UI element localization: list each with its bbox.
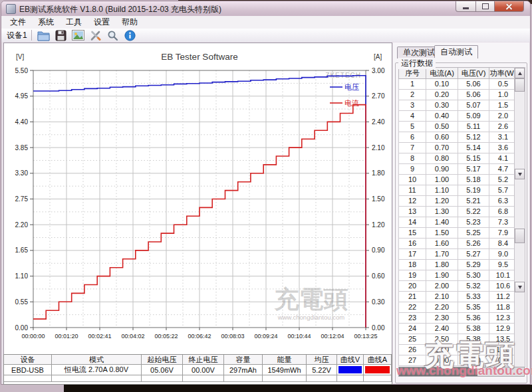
table-row[interactable]: 181.805.299.5: [399, 260, 517, 270]
status-value: 5.22V: [307, 365, 337, 375]
scroll-thumb[interactable]: [515, 78, 525, 92]
table-row[interactable]: 90.905.174.7: [399, 164, 517, 175]
open-file-icon[interactable]: [37, 29, 51, 41]
table-row[interactable]: 40.405.092.0: [399, 111, 517, 122]
table-cell: 5.17: [458, 164, 489, 175]
table-row[interactable]: 202.005.3210.6: [399, 281, 517, 292]
table-row[interactable]: 171.705.279.0: [399, 249, 517, 260]
table-row[interactable]: 101.005.185.2: [399, 175, 517, 185]
table-row[interactable]: 151.505.257.9: [399, 228, 517, 239]
scroll-down-button[interactable]: [515, 169, 525, 179]
table-row[interactable]: 141.405.237.3: [399, 217, 517, 228]
chart-title: EB Tester Software: [161, 52, 237, 62]
svg-text:00:12:04: 00:12:04: [321, 333, 344, 340]
table-row[interactable]: 222.205.3511.8: [399, 302, 517, 313]
menu-item[interactable]: 工具: [60, 16, 88, 29]
status-value: 00.00V: [183, 365, 224, 375]
table-row[interactable]: 10.105.060.5: [399, 79, 517, 90]
svg-text:00:06:42: 00:06:42: [188, 333, 211, 340]
table-row[interactable]: 121.205.216.3: [399, 196, 517, 207]
svg-text:4.40: 4.40: [15, 118, 29, 126]
table-cell: 5.35: [458, 302, 489, 313]
scroll-down-button[interactable]: [515, 282, 525, 292]
table-cell: 9: [399, 164, 426, 175]
table-row[interactable]: 191.905.3010.1: [399, 270, 517, 281]
table-row[interactable]: 131.305.226.8: [399, 207, 517, 217]
svg-text:2.70: 2.70: [372, 92, 385, 100]
table-row[interactable]: 60.605.123.1: [399, 132, 517, 143]
table-row[interactable]: 70.705.143.6: [399, 143, 517, 153]
svg-text:0.30: 0.30: [372, 298, 385, 306]
table-cell: 2.20: [426, 302, 458, 313]
svg-text:00:01:20: 00:01:20: [55, 333, 78, 340]
table-cell: 3: [399, 100, 426, 111]
tab-auto-test[interactable]: 自动测试: [434, 45, 478, 58]
table-cell: 7: [399, 143, 426, 153]
table-cell: 1.30: [426, 207, 458, 217]
info-icon[interactable]: [124, 29, 137, 41]
arrow-up-icon: [518, 72, 522, 75]
menu-item[interactable]: 设置: [88, 16, 116, 29]
menu-item[interactable]: 帮助: [116, 16, 144, 29]
table-row[interactable]: 30.305.071.5: [399, 100, 517, 111]
tools-icon[interactable]: [89, 29, 102, 41]
menu-item[interactable]: 文件: [4, 16, 32, 29]
run-progress-fill: [399, 367, 477, 376]
table-cell: 22: [399, 302, 426, 313]
table-row[interactable]: 252.505.3813.5: [399, 334, 517, 345]
table-row[interactable]: 270.000.000.0: [399, 355, 517, 366]
table-cell: 4.1: [489, 153, 517, 164]
menu-item[interactable]: 系统: [32, 16, 60, 29]
table-cell: 18: [399, 260, 426, 270]
table-row[interactable]: 262.605.3914.0: [399, 345, 517, 355]
table-cell: 20: [399, 281, 426, 292]
save-icon[interactable]: [55, 29, 68, 41]
table-cell: 1.90: [426, 270, 458, 281]
table-cell: 21: [399, 292, 426, 302]
table-row[interactable]: 232.305.3612.3: [399, 313, 517, 324]
curve-a-swatch: [365, 366, 390, 373]
close-button[interactable]: [494, 1, 524, 12]
table-cell: 5.29: [458, 260, 489, 270]
table-cell: 0.5: [489, 79, 517, 90]
status-empty: [183, 375, 224, 382]
svg-text:0.60: 0.60: [372, 272, 385, 280]
table-row[interactable]: 20.205.061.0: [399, 90, 517, 100]
zoom-icon[interactable]: [106, 29, 120, 41]
svg-text:0.90: 0.90: [372, 246, 385, 254]
svg-text:0.00: 0.00: [372, 324, 385, 332]
status-value: 297mAh: [224, 365, 263, 375]
svg-text:充電頭: 充電頭: [274, 286, 348, 313]
maximize-button[interactable]: [476, 1, 494, 12]
scroll-up-button[interactable]: [515, 68, 525, 78]
run-table-scrollbar[interactable]: [514, 67, 525, 367]
column-header[interactable]: 序号: [399, 68, 426, 79]
table-row[interactable]: 161.605.268.4: [399, 239, 517, 249]
title-bar[interactable]: EB测试系统软件 V1.8.0 (Build 2015-12-03 充电头特别版…: [1, 1, 530, 16]
arrow-down-icon: [518, 286, 522, 289]
export-image-icon[interactable]: [72, 29, 85, 41]
table-row[interactable]: 111.105.195.7: [399, 185, 517, 196]
column-header[interactable]: 电流(A): [426, 68, 458, 79]
table-row[interactable]: 242.405.3812.9: [399, 324, 517, 334]
minimize-button[interactable]: [456, 1, 476, 12]
status-value: 恒电流 2.70A 0.80V: [52, 365, 142, 375]
table-row[interactable]: 50.505.112.6: [399, 122, 517, 132]
run-data-table: 序号电流(A)电压(V)功率(W) 10.105.060.520.205.061…: [398, 67, 517, 366]
table-cell: 1.50: [426, 228, 458, 239]
column-header[interactable]: 电压(V): [458, 68, 489, 79]
table-row[interactable]: 80.805.154.1: [399, 153, 517, 164]
scroll-thumb[interactable]: [515, 229, 525, 243]
table-cell: 10.6: [489, 281, 517, 292]
table-cell: 5.18: [458, 175, 489, 185]
table-cell: 5: [399, 122, 426, 132]
table-cell: 5.38: [458, 324, 489, 334]
table-cell: 8.4: [489, 239, 517, 249]
column-header[interactable]: 功率(W): [489, 68, 517, 79]
table-cell: 2.40: [426, 324, 458, 334]
table-cell: 1.60: [426, 239, 458, 249]
table-cell: 5.25: [458, 228, 489, 239]
table-cell: 0.00: [458, 355, 489, 366]
device-tab[interactable]: 设备1: [5, 30, 31, 41]
table-row[interactable]: 212.105.3311.2: [399, 292, 517, 302]
